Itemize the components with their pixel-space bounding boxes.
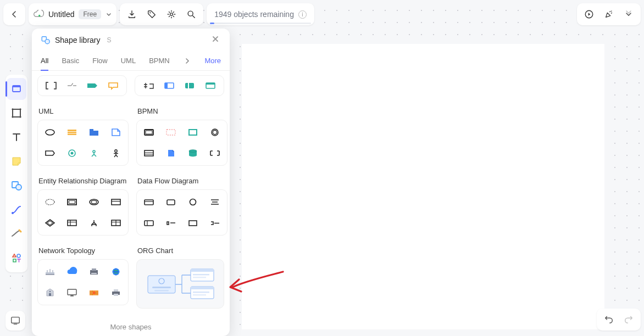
svg-point-1	[149, 12, 151, 13]
svg-point-59	[49, 291, 51, 292]
shape-dfd-store3[interactable]	[207, 216, 223, 229]
svg-rect-51	[145, 221, 153, 226]
shape-bpmn-end[interactable]	[207, 126, 223, 139]
shape-net-fax[interactable]	[86, 265, 102, 278]
shape-erd-generalization[interactable]	[86, 216, 102, 229]
shape-erd-entity[interactable]	[64, 195, 80, 209]
canvas-page[interactable]	[242, 44, 604, 329]
shape-erd-table[interactable]	[108, 195, 124, 209]
tab-uml[interactable]: UML	[121, 51, 136, 70]
download-button[interactable]	[122, 3, 142, 25]
shape-bpmn-card[interactable]	[203, 79, 218, 92]
shape-net-router[interactable]	[42, 265, 58, 278]
shape-erd-grid[interactable]	[108, 216, 124, 229]
help-button[interactable]	[5, 311, 25, 331]
svg-point-29	[93, 150, 95, 153]
tab-flow[interactable]: Flow	[92, 51, 107, 70]
tabs-scroll-right[interactable]	[183, 58, 192, 64]
shape-flow-arrow[interactable]	[85, 79, 100, 92]
tool-card[interactable]	[7, 78, 26, 100]
tab-more[interactable]: More	[204, 57, 221, 65]
cloud-sync-icon	[33, 10, 44, 19]
shape-bpmn-call[interactable]	[185, 126, 201, 139]
shape-bpmn-subprocess[interactable]	[141, 79, 156, 92]
document-title-bar[interactable]: Untitled Free	[29, 3, 116, 25]
undo-icon	[604, 315, 614, 324]
shape-net-monitor[interactable]	[64, 286, 80, 299]
tool-more-shapes[interactable]	[7, 247, 26, 269]
redo-button[interactable]	[619, 309, 639, 331]
object-status-bar[interactable]: 1949 objects remaining i	[207, 3, 314, 25]
shape-dfd-rect[interactable]	[185, 216, 201, 229]
shape-net-firewall[interactable]	[86, 286, 102, 299]
shape-uml-actor[interactable]	[108, 147, 124, 160]
shape-bpmn-task[interactable]	[141, 126, 157, 139]
redo-icon	[624, 315, 634, 324]
shape-net-printer[interactable]	[108, 286, 124, 299]
shape-uml-usecase[interactable]	[42, 126, 58, 139]
chevrons-icon	[625, 10, 632, 18]
plan-badge: Free	[79, 9, 101, 19]
undo-button[interactable]	[599, 309, 619, 331]
tag-button[interactable]	[142, 3, 162, 25]
svg-rect-16	[165, 83, 168, 88]
shape-bpmn-expand[interactable]	[207, 147, 223, 160]
shape-bpmn-table[interactable]	[141, 147, 157, 160]
more-shapes-button[interactable]: More shapes	[37, 316, 224, 336]
org-chart-template[interactable]	[136, 259, 224, 309]
shape-uml-note[interactable]	[108, 126, 124, 139]
shape-uml-fork[interactable]	[86, 147, 102, 160]
svg-rect-75	[193, 292, 209, 293]
more-actions-button[interactable]	[619, 3, 639, 25]
close-button[interactable]	[210, 34, 221, 46]
tool-connector[interactable]	[7, 199, 26, 221]
svg-rect-22	[68, 130, 76, 131]
shape-net-building[interactable]	[42, 286, 58, 299]
shape-uml-state[interactable]	[64, 147, 80, 160]
shape-uml-list[interactable]	[64, 126, 80, 139]
info-icon[interactable]: i	[298, 10, 307, 19]
celebrate-button[interactable]	[599, 3, 619, 25]
search-button[interactable]	[181, 3, 201, 25]
svg-rect-17	[185, 83, 194, 88]
shape-erd-weak-entity[interactable]	[42, 195, 58, 209]
shape-uml-send[interactable]	[42, 147, 58, 160]
svg-rect-74	[191, 287, 214, 289]
shape-bpmn-datastore[interactable]	[185, 147, 201, 160]
shape-dfd-process2[interactable]	[163, 195, 179, 209]
tool-shapes[interactable]	[7, 175, 26, 197]
tool-pen[interactable]	[7, 223, 26, 245]
shape-flow-brackets[interactable]	[43, 79, 59, 92]
settings-button[interactable]	[162, 3, 181, 25]
play-button[interactable]	[579, 3, 599, 25]
back-button[interactable]	[3, 3, 25, 25]
shape-uml-package[interactable]	[86, 126, 102, 139]
shape-dfd-process3[interactable]	[141, 216, 157, 229]
shape-bpmn-group[interactable]	[163, 126, 179, 139]
svg-point-43	[90, 199, 98, 205]
shape-bpmn-task-green[interactable]	[182, 79, 197, 92]
shape-dfd-store2[interactable]	[163, 216, 179, 229]
svg-rect-71	[193, 274, 209, 275]
tab-bpmn[interactable]: BPMN	[149, 51, 170, 70]
shape-bpmn-task-blue[interactable]	[162, 79, 177, 92]
shape-dfd-process1[interactable]	[141, 195, 157, 209]
tool-sticky-note[interactable]	[7, 150, 26, 172]
shape-erd-multival[interactable]	[86, 195, 102, 209]
shape-dfd-store1[interactable]	[207, 195, 223, 209]
shape-erd-relationship[interactable]	[42, 216, 58, 229]
shape-flow-callout[interactable]	[106, 79, 121, 92]
title-menu-chevron-icon[interactable]	[106, 11, 112, 18]
panel-title: Shape library	[55, 36, 101, 44]
tab-all[interactable]: All	[41, 51, 48, 70]
svg-rect-58	[49, 293, 51, 296]
tool-text[interactable]	[7, 126, 26, 148]
tool-frame[interactable]	[7, 102, 26, 124]
shape-dfd-entity[interactable]	[185, 195, 201, 209]
shape-erd-frame[interactable]	[64, 216, 80, 229]
shape-net-cloud[interactable]	[64, 265, 80, 278]
tab-basic[interactable]: Basic	[62, 51, 79, 70]
shape-flow-connector[interactable]	[64, 79, 80, 92]
shape-net-globe[interactable]	[108, 265, 124, 278]
shape-bpmn-data[interactable]	[163, 147, 179, 160]
